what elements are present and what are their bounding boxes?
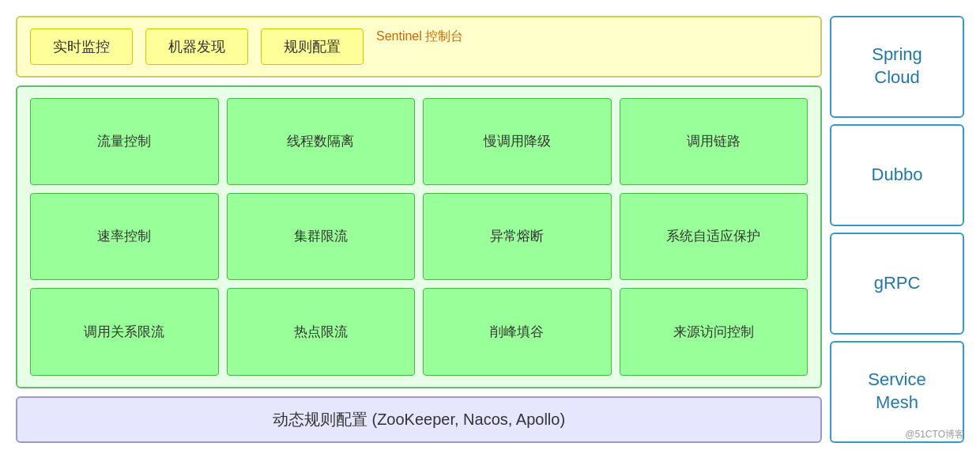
core-box-cluster-limit: 集群限流: [227, 193, 416, 280]
dynamic-section: 动态规则配置 (ZooKeeper, Nacos, Apollo): [16, 396, 822, 443]
sentinel-section: 实时监控 机器发现 规则配置 Sentinel 控制台: [16, 16, 822, 78]
core-box-flow-control: 流量控制: [30, 98, 219, 185]
core-section: 流量控制 线程数隔离 慢调用降级 调用链路 速率控制 集群限流 异常熔断 系统自…: [16, 85, 822, 388]
core-box-peak-shaving: 削峰填谷: [423, 288, 612, 375]
core-box-hotspot-limit: 热点限流: [227, 288, 416, 375]
sentinel-box-monitor: 实时监控: [30, 28, 133, 65]
sentinel-boxes: 实时监控 机器发现 规则配置 Sentinel 控制台: [30, 28, 808, 65]
right-box-dubbo: Dubbo: [830, 124, 964, 226]
core-box-slow-call-degrade: 慢调用降级: [423, 98, 612, 185]
core-box-source-access-control: 来源访问控制: [620, 288, 808, 375]
core-grid: 流量控制 线程数隔离 慢调用降级 调用链路 速率控制 集群限流 异常熔断 系统自…: [30, 98, 808, 376]
core-box-call-relation-limit: 调用关系限流: [30, 288, 219, 375]
main-container: 实时监控 机器发现 规则配置 Sentinel 控制台 流量控制 线程数隔离 慢…: [8, 8, 972, 451]
left-panel: 实时监控 机器发现 规则配置 Sentinel 控制台 流量控制 线程数隔离 慢…: [16, 16, 822, 443]
core-box-exception-breaker: 异常熔断: [423, 193, 612, 280]
core-box-system-adaptive: 系统自适应保护: [620, 193, 808, 280]
right-box-spring-cloud: Spring Cloud: [830, 16, 964, 118]
sentinel-label: Sentinel 控制台: [376, 28, 463, 65]
sentinel-box-config: 规则配置: [261, 28, 364, 65]
core-box-rate-control: 速率控制: [30, 193, 219, 280]
core-box-call-chain: 调用链路: [620, 98, 808, 185]
right-panel: Spring Cloud Dubbo gRPC Service Mesh: [830, 16, 964, 443]
right-box-grpc: gRPC: [830, 233, 964, 335]
sentinel-box-discovery: 机器发现: [145, 28, 248, 65]
core-box-thread-isolation: 线程数隔离: [227, 98, 416, 185]
watermark: @51CTO博客: [905, 428, 964, 441]
